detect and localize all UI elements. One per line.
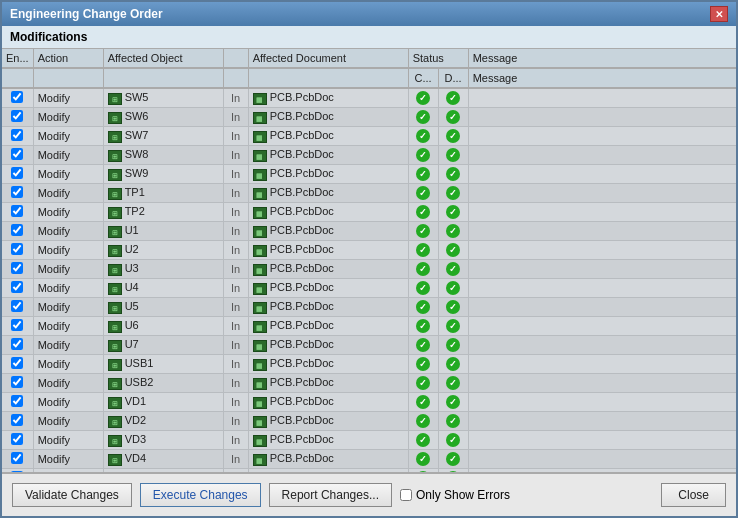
row-status-check: ✓ <box>408 412 438 431</box>
row-enabled-checkbox[interactable] <box>11 414 23 426</box>
component-icon: ⊞ <box>108 131 122 143</box>
row-enabled-checkbox[interactable] <box>11 376 23 388</box>
row-enabled-checkbox[interactable] <box>11 433 23 445</box>
status-done-icon: ✓ <box>446 110 460 124</box>
row-enabled-checkbox[interactable] <box>11 110 23 122</box>
status-done-icon: ✓ <box>446 452 460 466</box>
row-enabled-checkbox[interactable] <box>11 338 23 350</box>
pcb-icon: ▦ <box>253 416 267 428</box>
col-header-affected-object: Affected Object <box>103 49 223 68</box>
row-message <box>468 412 736 431</box>
status-check-icon: ✓ <box>416 376 430 390</box>
row-enabled-checkbox[interactable] <box>11 452 23 464</box>
row-status-check: ✓ <box>408 374 438 393</box>
pcb-icon: ▦ <box>253 169 267 181</box>
row-in: In <box>223 374 248 393</box>
component-icon: ⊞ <box>108 150 122 162</box>
row-in: In <box>223 355 248 374</box>
component-icon: ⊞ <box>108 321 122 333</box>
row-action: Modify <box>33 222 103 241</box>
status-done-icon: ✓ <box>446 91 460 105</box>
row-status-done: ✓ <box>438 127 468 146</box>
validate-changes-button[interactable]: Validate Changes <box>12 483 132 507</box>
pcb-icon: ▦ <box>253 321 267 333</box>
row-enabled-checkbox[interactable] <box>11 319 23 331</box>
row-enabled-checkbox[interactable] <box>11 167 23 179</box>
row-document: ▦PCB.PcbDoc <box>248 146 408 165</box>
row-document: ▦PCB.PcbDoc <box>248 355 408 374</box>
status-check-icon: ✓ <box>416 186 430 200</box>
title-bar: Engineering Change Order ✕ <box>2 2 736 26</box>
table-row: Modify⊞SW6In▦PCB.PcbDoc✓✓ <box>2 108 736 127</box>
status-done-icon: ✓ <box>446 471 460 472</box>
row-status-done: ✓ <box>438 317 468 336</box>
row-enabled-checkbox[interactable] <box>11 243 23 255</box>
row-enabled-checkbox[interactable] <box>11 300 23 312</box>
row-enabled-checkbox[interactable] <box>11 281 23 293</box>
col-subheader-message: Message <box>468 68 736 88</box>
row-enabled-checkbox[interactable] <box>11 471 23 472</box>
row-in: In <box>223 469 248 473</box>
row-message <box>468 260 736 279</box>
row-in: In <box>223 260 248 279</box>
row-document: ▦PCB.PcbDoc <box>248 374 408 393</box>
row-enabled-checkbox[interactable] <box>11 395 23 407</box>
row-in: In <box>223 165 248 184</box>
row-status-check: ✓ <box>408 203 438 222</box>
row-message <box>468 317 736 336</box>
window-close-button[interactable]: ✕ <box>710 6 728 22</box>
execute-changes-button[interactable]: Execute Changes <box>140 483 261 507</box>
row-status-done: ✓ <box>438 412 468 431</box>
status-done-icon: ✓ <box>446 414 460 428</box>
table-row: Modify⊞U1In▦PCB.PcbDoc✓✓ <box>2 222 736 241</box>
row-status-check: ✓ <box>408 469 438 473</box>
row-action: Modify <box>33 298 103 317</box>
row-action: Modify <box>33 469 103 473</box>
status-check-icon: ✓ <box>416 433 430 447</box>
row-status-check: ✓ <box>408 241 438 260</box>
row-object: ⊞U4 <box>103 279 223 298</box>
row-message <box>468 336 736 355</box>
component-icon: ⊞ <box>108 302 122 314</box>
component-icon: ⊞ <box>108 245 122 257</box>
row-in: In <box>223 393 248 412</box>
table-row: Modify⊞USB1In▦PCB.PcbDoc✓✓ <box>2 355 736 374</box>
only-show-errors-checkbox[interactable] <box>400 489 412 501</box>
row-status-done: ✓ <box>438 336 468 355</box>
row-enabled-checkbox[interactable] <box>11 224 23 236</box>
row-status-check: ✓ <box>408 450 438 469</box>
modifications-table-container[interactable]: En... Action Affected Object Affected Do… <box>2 49 736 472</box>
row-action: Modify <box>33 241 103 260</box>
row-enabled-checkbox[interactable] <box>11 186 23 198</box>
row-action: Modify <box>33 127 103 146</box>
row-message <box>468 165 736 184</box>
row-in: In <box>223 222 248 241</box>
row-status-check: ✓ <box>408 108 438 127</box>
row-enabled-checkbox[interactable] <box>11 91 23 103</box>
row-enabled-checkbox[interactable] <box>11 205 23 217</box>
row-message <box>468 203 736 222</box>
row-object: ⊞U7 <box>103 336 223 355</box>
status-check-icon: ✓ <box>416 338 430 352</box>
component-icon: ⊞ <box>108 207 122 219</box>
row-object: ⊞VD2 <box>103 412 223 431</box>
row-action: Modify <box>33 146 103 165</box>
status-check-icon: ✓ <box>416 452 430 466</box>
only-show-errors-label[interactable]: Only Show Errors <box>400 488 510 502</box>
row-enabled-checkbox[interactable] <box>11 129 23 141</box>
col-header-enabled: En... <box>2 49 33 68</box>
row-status-done: ✓ <box>438 241 468 260</box>
status-check-icon: ✓ <box>416 319 430 333</box>
row-object: ⊞VD1 <box>103 393 223 412</box>
status-check-icon: ✓ <box>416 395 430 409</box>
col-header-message: Message <box>468 49 736 68</box>
row-enabled-checkbox[interactable] <box>11 357 23 369</box>
row-enabled-checkbox[interactable] <box>11 262 23 274</box>
close-button[interactable]: Close <box>661 483 726 507</box>
table-row: Modify⊞X1In▦PCB.PcbDoc✓✓ <box>2 469 736 473</box>
row-enabled-checkbox[interactable] <box>11 148 23 160</box>
component-icon: ⊞ <box>108 359 122 371</box>
report-changes-button[interactable]: Report Changes... <box>269 483 392 507</box>
row-action: Modify <box>33 203 103 222</box>
component-icon: ⊞ <box>108 435 122 447</box>
